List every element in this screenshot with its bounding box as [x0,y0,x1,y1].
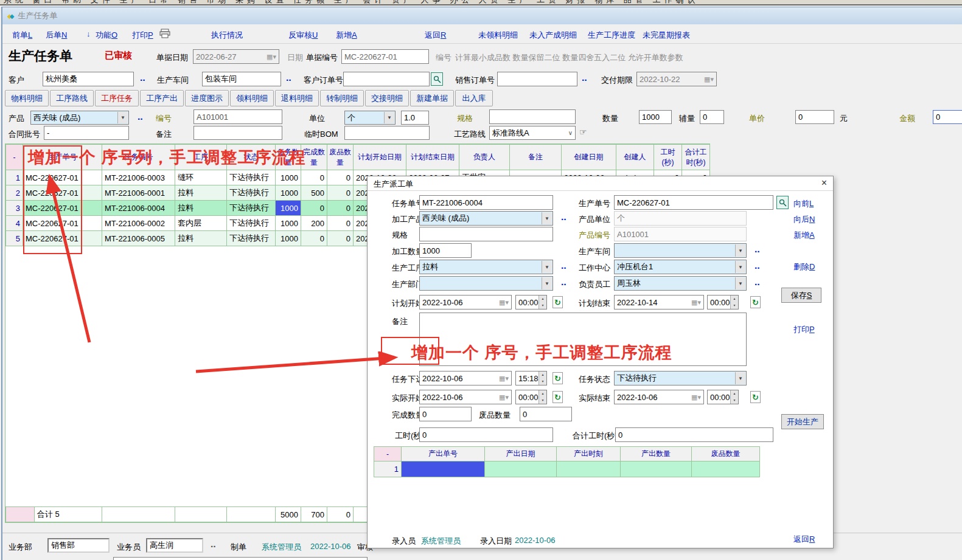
plan-start-date-field[interactable]: 2022-10-06▦▾ [419,295,512,309]
calendar-icon[interactable]: ▦▾ [499,375,509,382]
output-cell[interactable] [402,461,485,477]
plan-end-time-field[interactable]: 00:00▲▼ [707,295,739,309]
refresh-icon[interactable]: ↻ [552,391,563,403]
customer-field[interactable]: 杭州美桑 [43,72,134,86]
calendar-icon[interactable]: ▦▾ [704,75,714,83]
workshop-picker-button[interactable]: ‥ [286,74,292,83]
batch-field[interactable]: - [44,126,129,140]
column-header[interactable]: 工时(秒) [654,145,682,170]
dept-picker-button[interactable]: ‥ [561,278,567,287]
calendar-icon[interactable]: ▦▾ [691,299,701,306]
process-picker-button[interactable]: ‥ [561,261,567,271]
table-cell[interactable]: 0 [301,201,327,216]
table-cell[interactable]: 200 [301,216,327,231]
chevron-down-icon[interactable]: ▼ [735,261,745,273]
save-button[interactable]: 保存S [781,288,821,303]
product-combobox[interactable]: 西关味 (成品)▼ [30,111,129,125]
output-column-header[interactable]: 产出时刻 [557,447,621,461]
biz-dept-field[interactable]: 销售部 [47,538,110,553]
chevron-down-icon[interactable]: ▼ [542,212,552,224]
actual-start-date-field[interactable]: 2022-10-06▦▾ [419,390,512,404]
column-header[interactable]: 负责人 [459,145,510,170]
tab-新建单据[interactable]: 新建单据 [410,90,454,106]
table-cell[interactable]: 下达待执行 [227,231,276,246]
tab-进度图示[interactable]: 进度图示 [185,90,229,106]
actual-end-time-field[interactable]: 00:00▲▼ [707,390,739,404]
column-header[interactable]: 计划开始日期 [354,145,406,170]
search-icon[interactable] [776,196,789,209]
work-product-picker-button[interactable]: ‥ [561,213,567,222]
table-cell[interactable]: 1000 [276,185,301,201]
table-cell[interactable]: 0 [327,185,354,201]
chevron-down-icon[interactable]: ▼ [735,372,745,384]
dlg-workshop-picker-button[interactable]: ‥ [755,245,761,254]
spinner-icon[interactable]: ▲▼ [730,390,738,404]
price-field[interactable]: 0 [795,110,834,124]
amount-field[interactable]: 0 [933,110,962,124]
unaudit-button[interactable]: 反审核U [288,30,318,41]
menu-items[interactable]: 系统 窗口 帮助 文件 生产 日常 销售 市场 采购 设置 任务额 生产 会计 … [4,0,699,5]
table-cell[interactable]: 套内层 [175,216,227,231]
table-cell[interactable]: 0 [327,231,354,246]
dispatch-time-field[interactable]: 15:18▲▼ [515,371,547,385]
actual-start-time-field[interactable]: 00:00▲▼ [515,390,547,404]
chevron-down-icon[interactable]: ▼ [542,261,552,273]
plan-end-date-field[interactable]: 2022-10-14▦▾ [614,295,704,309]
unit-factor-field[interactable]: 1.0 [401,111,429,125]
table-cell[interactable]: 0 [301,170,327,185]
return-button[interactable]: 返回R [425,30,446,41]
output-column-header[interactable]: 产出单号 [402,447,485,461]
workcenter-combobox[interactable]: 冲压机台1▼ [614,260,747,274]
table-cell[interactable]: 500 [301,185,327,201]
refresh-icon[interactable]: ↻ [552,296,563,308]
table-cell[interactable]: MT-221006-0002 [102,216,175,231]
tab-工序产出[interactable]: 工序产出 [140,90,184,106]
column-header[interactable]: 创建人 [616,145,654,170]
exec-status-button[interactable]: 执行情况 [211,30,243,41]
unit-combobox[interactable]: 个▼ [344,111,396,125]
remark-field[interactable] [193,126,282,140]
tab-物料明细[interactable]: 物料明细 [5,90,49,106]
prev-doc-button[interactable]: 前单L [12,30,32,41]
table-cell[interactable]: 5 [6,231,23,246]
footer-extra-field[interactable] [113,557,368,560]
tab-退料明细[interactable]: 退料明细 [275,90,319,106]
output-column-header[interactable]: 产出数量 [621,447,692,461]
dialog-print-button[interactable]: 打印P [793,324,815,335]
table-cell[interactable]: 下达待执行 [227,185,276,201]
sales-order-picker-button[interactable]: ‥ [582,74,588,83]
dlg-spec-field[interactable] [419,227,553,241]
search-icon[interactable] [431,72,443,86]
dept-combobox[interactable]: ▼ [419,276,553,291]
calendar-icon[interactable]: ▦▾ [267,53,276,61]
weekly-report-link[interactable]: 未完星期报表 [643,30,690,41]
column-header[interactable]: 创建日期 [562,145,616,170]
table-cell[interactable]: 1000 [276,231,301,246]
employee-picker-button[interactable]: ‥ [755,278,761,287]
tab-转制明细[interactable]: 转制明细 [320,90,364,106]
column-header[interactable]: 备注 [510,145,562,170]
table-cell[interactable]: 1000 [276,170,301,185]
spec-field[interactable] [489,109,576,124]
output-cell[interactable] [692,461,760,477]
table-cell[interactable]: 拉料 [175,185,227,201]
status-combobox[interactable]: 下达待执行▼ [614,371,747,385]
table-cell[interactable]: 1000 [276,201,301,216]
scrap-qty-field[interactable]: 0 [520,407,572,421]
tab-工序任务[interactable]: 工序任务 [95,90,139,106]
calendar-icon[interactable]: ▦▾ [691,393,701,401]
dialog-next-button[interactable]: 向后N [793,214,815,225]
function-menu-button[interactable]: 功能O [96,30,117,41]
add-button[interactable]: 新增A [336,30,357,41]
output-column-header[interactable]: 废品数量 [692,447,760,461]
next-doc-button[interactable]: 后单N [46,30,67,41]
unissued-material-link[interactable]: 未领料明细 [478,30,518,41]
task-no-field[interactable]: MT-221006-0004 [419,195,553,210]
dialog-add-button[interactable]: 新增A [793,230,815,241]
work-qty-field[interactable]: 1000 [419,243,472,258]
refresh-icon[interactable]: ↻ [750,391,761,403]
customer-order-field[interactable] [343,72,430,86]
spinner-icon[interactable]: ▲▼ [539,296,546,309]
table-cell[interactable]: MT-221006-0001 [102,185,175,201]
column-header[interactable]: 废品数量 [327,145,354,170]
